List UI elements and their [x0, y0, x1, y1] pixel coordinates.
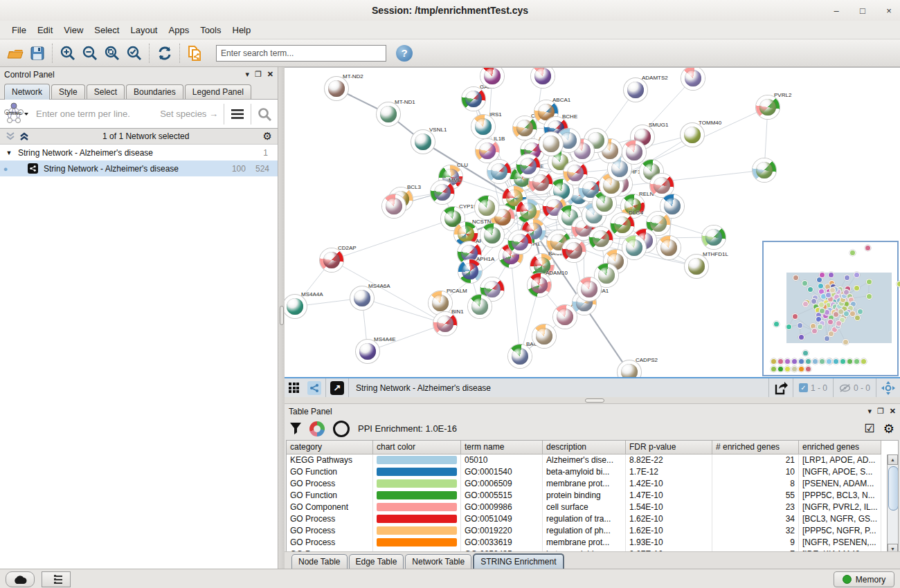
- protein-node-aph1a[interactable]: [458, 259, 482, 283]
- tab-select[interactable]: Select: [87, 84, 125, 99]
- gear-icon[interactable]: ⚙: [263, 130, 272, 143]
- table-row[interactable]: GO ProcessGO:0006509membrane prot...1.42…: [287, 478, 898, 490]
- column-header-category[interactable]: category: [287, 441, 373, 454]
- vertical-splitter[interactable]: [278, 67, 285, 569]
- tab-network-table[interactable]: Network Table: [405, 554, 471, 569]
- table-vertical-scrollbar[interactable]: ▲ ▼: [887, 454, 898, 554]
- protein-node-apbb1[interactable]: [553, 305, 577, 329]
- zoom-out-button[interactable]: [79, 42, 101, 64]
- protein-node[interactable]: [577, 277, 601, 301]
- protein-node-mme[interactable]: [431, 181, 454, 204]
- expand-all-icon[interactable]: [19, 132, 29, 140]
- protein-node[interactable]: [622, 140, 646, 164]
- export-network-button[interactable]: [769, 378, 793, 398]
- menu-select[interactable]: Select: [89, 23, 124, 37]
- enrichment-table[interactable]: categorychart colorterm namedescriptionF…: [286, 440, 899, 555]
- search-input[interactable]: [216, 45, 386, 62]
- menu-file[interactable]: File: [7, 23, 31, 37]
- clone-network-button[interactable]: [184, 42, 206, 64]
- protein-node-ms4a4e[interactable]: [356, 340, 379, 363]
- collapse-all-icon[interactable]: [6, 132, 15, 140]
- gear-icon[interactable]: ⚙: [883, 421, 894, 437]
- column-header-enriched-genes[interactable]: enriched genes: [799, 441, 881, 454]
- navigator-button[interactable]: [876, 378, 900, 398]
- select-rows-icon[interactable]: ☑: [865, 421, 875, 436]
- refresh-button[interactable]: [154, 42, 176, 64]
- horizontal-splitter[interactable]: [285, 397, 900, 403]
- table-row[interactable]: KEGG Pathways05010Alzheimer's dise...8.8…: [287, 454, 898, 466]
- string-options-button[interactable]: [224, 100, 251, 128]
- scroll-up-arrow[interactable]: ▲: [888, 454, 898, 465]
- close-button[interactable]: ×: [883, 6, 894, 16]
- protein-node[interactable]: [562, 239, 586, 262]
- panel-float-icon[interactable]: ❐: [877, 407, 884, 416]
- menu-help[interactable]: Help: [228, 23, 256, 37]
- network-canvas[interactable]: MT-ND2MT-ND1VSNL1GAB2ADAMTS2PVRL2TOMM40S…: [285, 67, 900, 378]
- panel-menu-icon[interactable]: ▾: [867, 407, 872, 416]
- protein-node[interactable]: [468, 295, 492, 318]
- protein-node[interactable]: [382, 194, 406, 218]
- protein-node-il1b[interactable]: [476, 139, 499, 163]
- protein-node[interactable]: [480, 223, 504, 247]
- string-query-input[interactable]: [32, 108, 160, 120]
- protein-node-chat[interactable]: [513, 116, 537, 140]
- protein-node-picalm[interactable]: [429, 291, 452, 315]
- protein-node[interactable]: [650, 174, 674, 197]
- protein-node-pvrl2[interactable]: [756, 95, 780, 119]
- column-header-description[interactable]: description: [543, 441, 626, 454]
- tab-node-table[interactable]: Node Table: [291, 554, 348, 569]
- memory-button[interactable]: Memory: [834, 571, 894, 587]
- menu-apps[interactable]: Apps: [164, 23, 195, 37]
- protein-node[interactable]: [539, 132, 563, 156]
- string-style-button[interactable]: [303, 378, 325, 398]
- birds-eye-overview[interactable]: [762, 241, 899, 376]
- tab-style[interactable]: Style: [51, 84, 85, 99]
- column-header-term-name[interactable]: term name: [461, 441, 543, 454]
- menu-layout[interactable]: Layout: [125, 23, 162, 37]
- protein-node[interactable]: [753, 158, 776, 182]
- ring-chart-icon[interactable]: [333, 421, 350, 437]
- splitter-grip[interactable]: [585, 398, 604, 403]
- panel-menu-icon[interactable]: ▾: [245, 70, 249, 79]
- protein-node[interactable]: [516, 154, 540, 178]
- panel-close-icon[interactable]: ✕: [890, 407, 896, 416]
- protein-node[interactable]: [508, 230, 532, 254]
- protein-node[interactable]: [702, 226, 726, 249]
- column-header-chart-color[interactable]: chart color: [373, 441, 461, 454]
- string-search-button[interactable]: [251, 100, 278, 128]
- tab-network[interactable]: Network: [4, 84, 50, 100]
- tab-edge-table[interactable]: Edge Table: [349, 554, 404, 569]
- protein-node-gab2[interactable]: [462, 87, 485, 111]
- protein-node[interactable]: [532, 324, 556, 348]
- task-history-button[interactable]: [42, 571, 71, 587]
- table-row[interactable]: GO FunctionGO:0005515protein binding1.47…: [287, 490, 898, 502]
- splitter-grip[interactable]: [280, 306, 284, 325]
- tab-boundaries[interactable]: Boundaries: [126, 84, 183, 99]
- zoom-selected-button[interactable]: [123, 42, 145, 64]
- protein-node[interactable]: [487, 160, 511, 183]
- column-header-FDR-p-value[interactable]: FDR p-value: [626, 441, 712, 454]
- protein-node-ms4a6a[interactable]: [350, 286, 374, 310]
- protein-node-cd2ap[interactable]: [320, 248, 343, 272]
- table-row[interactable]: GO FunctionGO:0001540beta-amyloid bi...1…: [287, 466, 898, 478]
- maximize-button[interactable]: □: [857, 6, 868, 16]
- menu-edit[interactable]: Edit: [33, 23, 57, 37]
- network-row[interactable]: ● String Network - Alzheimer's disease 1…: [0, 160, 278, 176]
- protein-node-bin1[interactable]: [433, 312, 457, 336]
- protein-node[interactable]: [657, 236, 681, 259]
- chart-settings-icon[interactable]: [309, 421, 325, 437]
- table-row[interactable]: GO ProcessGO:0033619membrane prot...1.93…: [287, 537, 898, 549]
- filter-icon[interactable]: [290, 423, 301, 434]
- expand-triangle-icon[interactable]: ▼: [0, 149, 18, 156]
- help-button[interactable]: ?: [396, 45, 413, 62]
- minimize-button[interactable]: –: [831, 6, 842, 16]
- protein-node-adamts2[interactable]: [624, 78, 647, 102]
- tab-legend-panel[interactable]: Legend Panel: [185, 84, 251, 99]
- protein-node[interactable]: [681, 67, 705, 90]
- zoom-in-button[interactable]: [57, 42, 79, 64]
- table-row[interactable]: GO ProcessGO:0019220regulation of ph...1…: [287, 525, 898, 537]
- menu-tools[interactable]: Tools: [195, 23, 226, 37]
- show-grid-button[interactable]: [285, 378, 303, 398]
- open-file-button[interactable]: [4, 42, 26, 64]
- table-row[interactable]: GO ComponentGO:0009986cell surface1.54E-…: [287, 502, 898, 513]
